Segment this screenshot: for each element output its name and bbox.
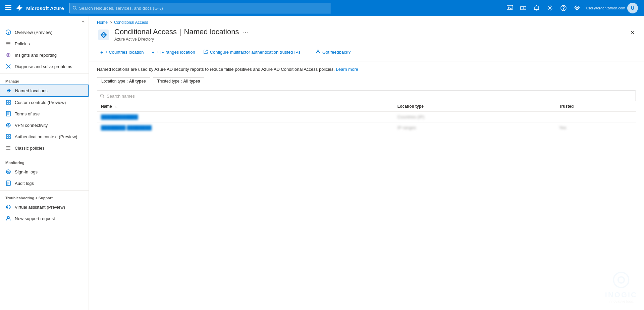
search-box[interactable] xyxy=(97,91,636,101)
svg-rect-0 xyxy=(5,5,11,6)
global-search-input[interactable] xyxy=(79,6,328,11)
breadcrumb-home[interactable]: Home xyxy=(97,20,108,25)
sidebar-item-virtual-assistant[interactable]: Virtual assistant (Preview) xyxy=(0,201,89,213)
got-feedback-button[interactable]: Got feedback? xyxy=(312,47,354,57)
sidebar-item-terms-of-use[interactable]: Terms of use xyxy=(0,108,89,119)
ip-ranges-button[interactable]: + + IP ranges location xyxy=(148,48,198,57)
row-trusted-cell: Yes xyxy=(555,122,636,133)
sidebar-item-classic-policies[interactable]: Classic policies xyxy=(0,142,89,154)
ip-ranges-label: + IP ranges location xyxy=(157,50,195,55)
more-options-button[interactable]: ··· xyxy=(241,29,249,36)
configure-mfa-label: Configure multifactor authentication tru… xyxy=(210,50,301,55)
page-subtitle: Azure Active Directory xyxy=(114,37,250,42)
sidebar-item-diagnose[interactable]: Diagnose and solve problems xyxy=(0,61,89,72)
feedback-icon[interactable] xyxy=(571,2,583,14)
svg-line-61 xyxy=(103,97,105,98)
svg-rect-45 xyxy=(6,137,8,139)
sidebar-item-label: Insights and reporting xyxy=(15,53,57,58)
column-name-label: Name xyxy=(101,104,112,109)
named-locations-icon xyxy=(6,88,12,94)
location-type-filter[interactable]: Location type : All types xyxy=(97,77,150,85)
collapse-sidebar-button[interactable]: « xyxy=(0,16,89,27)
cloud-shell-icon[interactable] xyxy=(504,2,516,14)
global-search-box[interactable] xyxy=(69,3,331,13)
breadcrumb-conditional-access[interactable]: Conditional Access xyxy=(114,20,148,25)
help-icon[interactable] xyxy=(557,2,570,14)
svg-point-25 xyxy=(7,53,10,57)
breadcrumb: Home > Conditional Access xyxy=(97,20,636,25)
svg-point-14 xyxy=(576,7,578,8)
search-input[interactable] xyxy=(107,94,633,99)
svg-rect-43 xyxy=(6,135,8,136)
row-name-cell[interactable]: ████████ ████████ xyxy=(97,122,393,133)
azure-logo[interactable]: Microsoft Azure xyxy=(15,4,64,12)
sidebar: « Overview (Preview) Policies xyxy=(0,16,89,310)
page-header: Home > Conditional Access Cond xyxy=(89,16,644,43)
row-name-link[interactable]: ████████████ xyxy=(101,114,138,119)
row-location-type-cell: IP ranges xyxy=(393,122,555,133)
title-separator: | xyxy=(179,28,181,36)
countries-location-button[interactable]: + + Countries location xyxy=(97,48,147,57)
info-text: Named locations are used by Azure AD sec… xyxy=(97,67,335,72)
column-name[interactable]: Name ↑↓ xyxy=(97,101,393,112)
close-button[interactable]: × xyxy=(629,28,636,38)
sidebar-item-label: Overview (Preview) xyxy=(15,30,53,35)
learn-more-link[interactable]: Learn more xyxy=(336,67,358,72)
sort-icon: ↑↓ xyxy=(114,105,118,108)
sidebar-item-signin-logs[interactable]: Sign-in logs xyxy=(0,166,89,177)
hamburger-button[interactable] xyxy=(4,4,13,12)
row-name-link[interactable]: ████████ ████████ xyxy=(101,125,152,130)
svg-rect-2 xyxy=(5,9,11,10)
virtual-assistant-icon xyxy=(5,204,11,210)
plus-ip-icon: + xyxy=(152,50,154,55)
sidebar-item-overview[interactable]: Overview (Preview) xyxy=(0,27,89,38)
support-icon xyxy=(5,215,11,221)
avatar: U xyxy=(627,3,638,13)
svg-point-59 xyxy=(317,50,319,52)
sidebar-item-custom-controls[interactable]: Custom controls (Preview) xyxy=(0,97,89,108)
row-location-type-cell: Countries (IP) xyxy=(393,112,555,122)
row-name-cell[interactable]: ████████████ xyxy=(97,112,393,122)
location-type-filter-label: Location type xyxy=(101,79,125,84)
directory-icon[interactable] xyxy=(517,2,529,14)
row-trusted-value: Yes xyxy=(559,125,566,130)
toolbar-divider xyxy=(308,48,308,56)
classic-policies-icon xyxy=(5,145,11,151)
trusted-type-filter[interactable]: Trusted type : All types xyxy=(153,77,205,85)
countries-location-label: + Countries location xyxy=(105,50,144,55)
diagnose-icon xyxy=(5,63,11,69)
auth-context-icon xyxy=(5,134,11,140)
sidebar-item-new-support[interactable]: New support request xyxy=(0,213,89,224)
sidebar-item-label: Audit logs xyxy=(15,181,34,186)
data-table: Name ↑↓ Location type Trusted xyxy=(97,101,636,133)
settings-icon[interactable] xyxy=(544,2,556,14)
configure-mfa-button[interactable]: Configure multifactor authentication tru… xyxy=(200,47,304,57)
column-location-type-label: Location type xyxy=(397,104,424,109)
svg-rect-30 xyxy=(9,100,10,102)
title-named-locations: Named locations xyxy=(184,28,239,36)
sidebar-item-insights[interactable]: Insights and reporting xyxy=(0,49,89,61)
info-icon xyxy=(5,29,11,35)
svg-point-54 xyxy=(6,205,10,209)
sidebar-item-policies[interactable]: Policies xyxy=(0,38,89,49)
manage-section-label: Manage xyxy=(0,75,89,85)
policies-icon xyxy=(5,41,11,47)
table-row[interactable]: ████████████ Countries (IP) xyxy=(97,112,636,122)
sidebar-item-auth-context[interactable]: Authentication context (Preview) xyxy=(0,131,89,142)
sidebar-item-vpn[interactable]: VPN connectivity xyxy=(0,119,89,131)
sidebar-item-audit-logs[interactable]: Audit logs xyxy=(0,177,89,189)
sidebar-item-label: Diagnose and solve problems xyxy=(15,64,72,69)
notifications-icon[interactable] xyxy=(531,2,543,14)
search-row xyxy=(97,91,636,101)
sidebar-item-named-locations[interactable]: Named locations xyxy=(0,85,89,97)
page-title-text: Conditional Access | Named locations ···… xyxy=(114,28,250,42)
user-name-text: user@organization.com xyxy=(586,6,625,10)
top-navigation: Microsoft Azure xyxy=(0,0,644,16)
logo-text: Microsoft Azure xyxy=(26,5,64,11)
table-row[interactable]: ████████ ████████ IP ranges Yes xyxy=(97,122,636,133)
page-title-left: Conditional Access | Named locations ···… xyxy=(97,28,250,42)
user-profile-button[interactable]: user@organization.com U xyxy=(584,3,640,13)
filter-row: Location type : All types Trusted type :… xyxy=(97,77,636,85)
plus-countries-icon: + xyxy=(100,50,103,55)
svg-point-57 xyxy=(7,216,9,218)
